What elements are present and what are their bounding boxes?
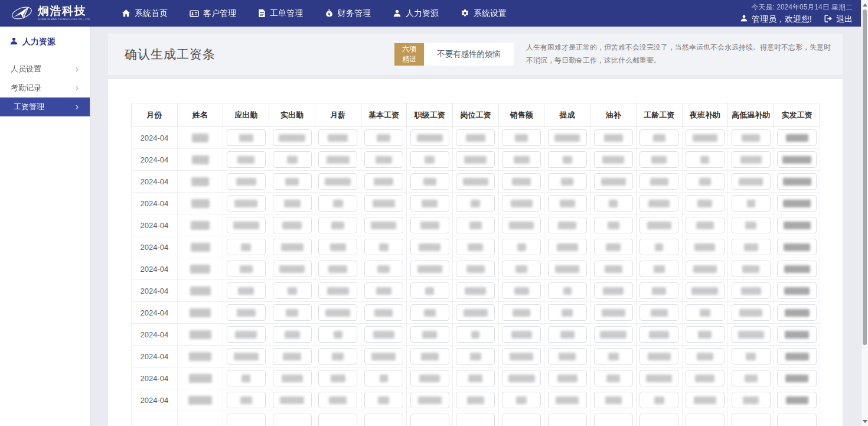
value-input[interactable] bbox=[318, 195, 357, 212]
value-input[interactable] bbox=[502, 151, 541, 168]
value-input[interactable] bbox=[502, 348, 541, 365]
value-input[interactable] bbox=[594, 217, 633, 233]
value-input[interactable] bbox=[777, 239, 816, 255]
value-input[interactable] bbox=[502, 304, 541, 321]
value-input[interactable] bbox=[732, 304, 771, 321]
value-input[interactable] bbox=[548, 239, 587, 255]
nav-item-2[interactable]: 工单管理 bbox=[258, 8, 303, 19]
value-input[interactable] bbox=[318, 414, 357, 426]
value-input[interactable] bbox=[227, 348, 266, 365]
value-input[interactable] bbox=[410, 326, 449, 343]
value-input[interactable] bbox=[318, 282, 357, 299]
value-input[interactable] bbox=[594, 129, 633, 146]
value-input[interactable] bbox=[686, 282, 725, 299]
logout-icon[interactable] bbox=[824, 14, 833, 25]
value-input[interactable] bbox=[548, 414, 587, 426]
value-input[interactable] bbox=[502, 392, 541, 408]
value-input[interactable] bbox=[777, 304, 816, 321]
value-input[interactable] bbox=[594, 304, 633, 321]
value-input[interactable] bbox=[732, 282, 771, 299]
value-input[interactable] bbox=[456, 217, 495, 233]
value-input[interactable] bbox=[732, 392, 771, 408]
value-input[interactable] bbox=[594, 326, 633, 343]
value-input[interactable] bbox=[732, 326, 771, 343]
value-input[interactable] bbox=[364, 282, 403, 299]
value-input[interactable] bbox=[686, 195, 725, 212]
value-input[interactable] bbox=[364, 217, 403, 233]
value-input[interactable] bbox=[594, 173, 633, 190]
value-input[interactable] bbox=[639, 304, 678, 321]
value-input[interactable] bbox=[732, 151, 771, 168]
value-input[interactable] bbox=[732, 173, 771, 190]
value-input[interactable] bbox=[594, 348, 633, 365]
value-input[interactable] bbox=[410, 217, 449, 233]
value-input[interactable] bbox=[548, 392, 587, 408]
value-input[interactable] bbox=[732, 195, 771, 212]
nav-item-0[interactable]: 系统首页 bbox=[122, 8, 168, 19]
value-input[interactable] bbox=[686, 348, 725, 365]
nav-item-1[interactable]: 客户管理 bbox=[190, 8, 236, 19]
value-input[interactable] bbox=[318, 173, 357, 190]
value-input[interactable] bbox=[502, 282, 541, 299]
value-input[interactable] bbox=[456, 282, 495, 299]
value-input[interactable] bbox=[686, 173, 725, 190]
vertical-scrollbar[interactable] bbox=[861, 0, 868, 426]
value-input[interactable] bbox=[227, 370, 266, 386]
value-input[interactable] bbox=[732, 414, 771, 426]
value-input[interactable] bbox=[502, 129, 541, 146]
value-input[interactable] bbox=[273, 370, 312, 386]
value-input[interactable] bbox=[639, 173, 678, 190]
value-input[interactable] bbox=[410, 173, 449, 190]
value-input[interactable] bbox=[548, 173, 587, 190]
value-input[interactable] bbox=[686, 151, 725, 168]
value-input[interactable] bbox=[318, 326, 357, 343]
value-input[interactable] bbox=[364, 239, 403, 255]
value-input[interactable] bbox=[639, 414, 678, 426]
value-input[interactable] bbox=[777, 195, 816, 212]
value-input[interactable] bbox=[364, 129, 403, 146]
value-input[interactable] bbox=[639, 326, 678, 343]
value-input[interactable] bbox=[686, 370, 725, 386]
value-input[interactable] bbox=[502, 173, 541, 190]
logout-button[interactable]: 退出 bbox=[836, 14, 853, 25]
value-input[interactable] bbox=[502, 261, 541, 277]
value-input[interactable] bbox=[777, 173, 816, 190]
value-input[interactable] bbox=[364, 173, 403, 190]
value-input[interactable] bbox=[502, 239, 541, 255]
value-input[interactable] bbox=[227, 326, 266, 343]
value-input[interactable] bbox=[227, 282, 266, 299]
value-input[interactable] bbox=[548, 282, 587, 299]
value-input[interactable] bbox=[594, 414, 633, 426]
value-input[interactable] bbox=[456, 304, 495, 321]
sidebar-item-1[interactable]: 考勤记录 bbox=[0, 79, 90, 97]
value-input[interactable] bbox=[364, 151, 403, 168]
value-input[interactable] bbox=[318, 217, 357, 233]
value-input[interactable] bbox=[777, 348, 816, 365]
value-input[interactable] bbox=[686, 239, 725, 255]
value-input[interactable] bbox=[639, 217, 678, 233]
value-input[interactable] bbox=[318, 370, 357, 386]
value-input[interactable] bbox=[410, 151, 449, 168]
value-input[interactable] bbox=[456, 414, 495, 426]
value-input[interactable] bbox=[594, 239, 633, 255]
scroll-down-arrow-icon[interactable] bbox=[862, 417, 868, 425]
value-input[interactable] bbox=[456, 173, 495, 190]
value-input[interactable] bbox=[273, 282, 312, 299]
value-input[interactable] bbox=[410, 282, 449, 299]
value-input[interactable] bbox=[273, 151, 312, 168]
value-input[interactable] bbox=[777, 129, 816, 146]
value-input[interactable] bbox=[548, 217, 587, 233]
value-input[interactable] bbox=[777, 217, 816, 233]
value-input[interactable] bbox=[364, 326, 403, 343]
value-input[interactable] bbox=[594, 370, 633, 386]
value-input[interactable] bbox=[273, 348, 312, 365]
value-input[interactable] bbox=[364, 195, 403, 212]
scroll-up-arrow-icon[interactable] bbox=[862, 1, 868, 9]
value-input[interactable] bbox=[732, 239, 771, 255]
value-input[interactable] bbox=[456, 195, 495, 212]
value-input[interactable] bbox=[548, 151, 587, 168]
value-input[interactable] bbox=[410, 370, 449, 386]
value-input[interactable] bbox=[639, 392, 678, 408]
value-input[interactable] bbox=[639, 282, 678, 299]
value-input[interactable] bbox=[548, 261, 587, 277]
